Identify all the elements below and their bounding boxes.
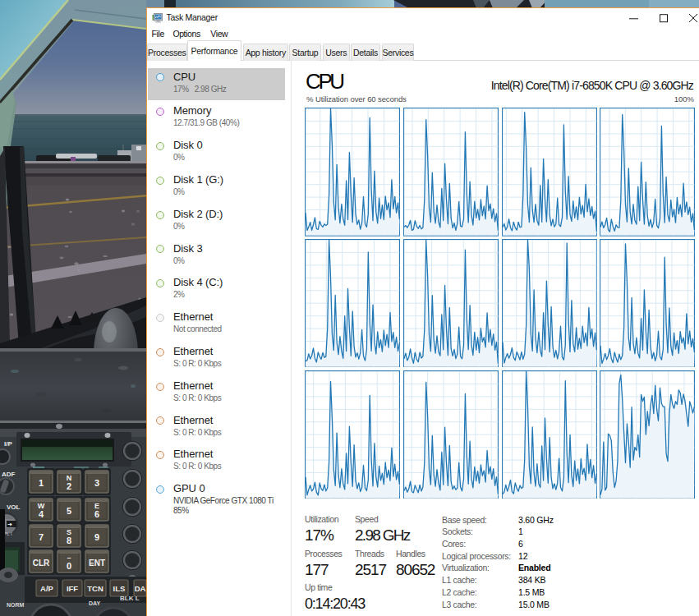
svg-text:DA: DA — [135, 584, 146, 593]
svg-text:IFF: IFF — [67, 584, 78, 593]
svg-text:A/P: A/P — [40, 584, 54, 593]
svg-text:CLR: CLR — [33, 559, 50, 568]
svg-text:9: 9 — [94, 532, 99, 542]
svg-text:5: 5 — [67, 506, 71, 516]
svg-text:3: 3 — [94, 478, 99, 488]
svg-text:ENT: ENT — [89, 559, 105, 568]
svg-text:DAY: DAY — [89, 600, 100, 606]
svg-text:4: 4 — [39, 509, 44, 519]
svg-text:7: 7 — [39, 532, 44, 542]
svg-text:NORM: NORM — [7, 602, 25, 608]
svg-text:TCN: TCN — [87, 584, 103, 593]
svg-text:8: 8 — [67, 536, 71, 545]
svg-text:2: 2 — [67, 481, 71, 491]
svg-text:6: 6 — [94, 509, 99, 519]
svg-text:0: 0 — [67, 561, 71, 571]
svg-text:BLK L: BLK L — [120, 595, 140, 602]
svg-text:1: 1 — [39, 478, 44, 488]
svg-text:ILS: ILS — [113, 584, 126, 593]
